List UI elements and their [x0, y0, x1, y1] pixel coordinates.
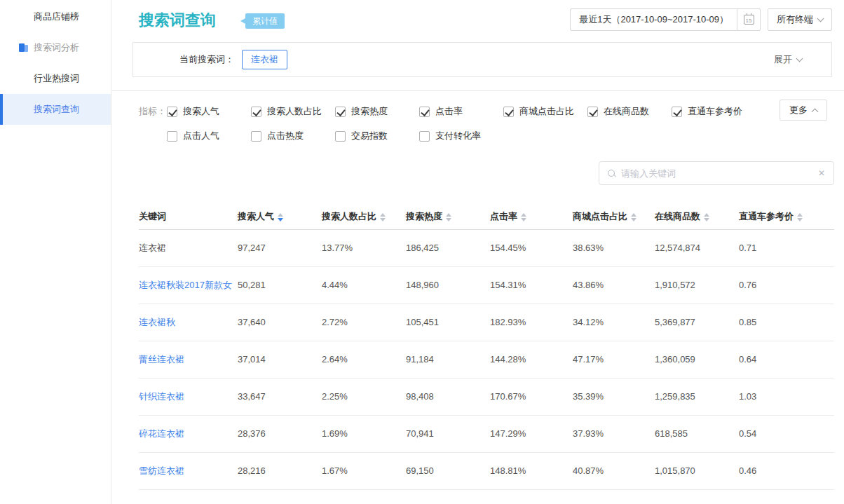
sort-icon[interactable] [380, 213, 386, 222]
checkbox-unchecked-icon[interactable] [251, 131, 261, 142]
table-cell-value: 37,640 [238, 304, 322, 341]
date-range-text[interactable]: 最近1天（2017-10-09~2017-10-09） [571, 9, 737, 30]
column-header[interactable]: 搜索人气 [238, 205, 322, 229]
checkbox-checked-icon[interactable] [672, 107, 682, 117]
indicator-checkbox-item[interactable]: 搜索人数占比 [251, 105, 335, 118]
table-cell-value: 2.64% [322, 341, 406, 378]
table-row: 针织连衣裙33,6472.25%98,408170.67%35.39%1,259… [139, 378, 834, 415]
checkbox-unchecked-icon[interactable] [419, 131, 430, 142]
sort-icon[interactable] [631, 213, 637, 222]
sort-icon[interactable] [278, 213, 283, 222]
terminal-select-label: 所有终端 [777, 9, 813, 30]
column-header: 关键词 [139, 205, 238, 229]
expand-toggle[interactable]: 展开 [774, 53, 802, 66]
table-cell-value: 5,369,877 [655, 304, 739, 341]
column-header-label: 搜索人数占比 [322, 211, 376, 222]
keyword-link[interactable]: 蕾丝连衣裙 [139, 354, 184, 365]
indicator-label: 点击人气 [183, 130, 219, 142]
table-cell-value: 91,184 [406, 341, 490, 378]
calendar-button[interactable]: 15 [737, 9, 760, 30]
sidebar-menu: 商品店铺榜搜索词分析行业热搜词搜索词查询 [0, 1, 111, 125]
current-search-term-tag[interactable]: 连衣裙 [242, 50, 287, 69]
keyword-link[interactable]: 雪纺连衣裙 [139, 465, 184, 476]
indicator-checkbox-item[interactable]: 搜索人气 [167, 105, 251, 118]
indicator-label: 点击热度 [267, 130, 304, 142]
clear-search-icon[interactable]: ✕ [818, 168, 825, 178]
checkbox-checked-icon[interactable] [419, 107, 430, 117]
table-header-row: 关键词搜索人气搜索人数占比搜索热度点击率商城点击占比在线商品数直通车参考价 [139, 205, 834, 229]
cumulative-value-badge: 累计值 [245, 13, 285, 29]
table-row: 连衣裙秋装2017新款女50,2814.44%148,960154.31%43.… [139, 266, 834, 304]
indicators-row2-items: 点击人气点击热度交易指数支付转化率 [167, 130, 503, 142]
table-cell-value: 70,941 [406, 415, 490, 452]
checkbox-unchecked-icon[interactable] [167, 131, 177, 142]
indicator-checkbox-item[interactable]: 在线商品数 [587, 105, 672, 118]
keyword-text: 连衣裙 [139, 243, 166, 253]
keyword-link[interactable]: 连衣裙秋装2017新款女 [139, 280, 232, 290]
more-button[interactable]: 更多 [780, 100, 827, 121]
keyword-link[interactable]: 针织连衣裙 [139, 391, 184, 402]
checkbox-checked-icon[interactable] [503, 107, 514, 117]
table-cell-value: 0.85 [739, 304, 834, 341]
table-body: 连衣裙97,24713.77%186,425154.45%38.63%12,57… [139, 229, 834, 489]
indicator-checkbox-item[interactable]: 直通车参考价 [672, 105, 756, 118]
checkbox-checked-icon[interactable] [587, 107, 598, 117]
main-content: 搜索词查询 累计值 最近1天（2017-10-09~2017-10-09） 15… [112, 0, 844, 504]
table-cell-value: 2.25% [322, 378, 406, 415]
indicator-checkbox-item[interactable]: 支付转化率 [419, 130, 503, 142]
column-header[interactable]: 点击率 [490, 205, 573, 229]
sidebar-item-search-word-analysis[interactable]: 搜索词分析 [0, 32, 111, 63]
sidebar-item-search-word-query[interactable]: 搜索词查询 [0, 94, 111, 125]
sidebar: 商品店铺榜搜索词分析行业热搜词搜索词查询 [0, 0, 111, 504]
table-cell-value: 170.67% [490, 378, 573, 415]
column-header-label: 搜索人气 [238, 211, 274, 222]
page-title: 搜索词查询 [139, 10, 216, 31]
date-range-picker[interactable]: 最近1天（2017-10-09~2017-10-09） 15 [570, 8, 761, 31]
indicator-checkbox-item[interactable]: 点击人气 [167, 130, 251, 142]
indicator-label: 支付转化率 [435, 130, 481, 142]
chevron-down-icon [796, 55, 803, 62]
column-header[interactable]: 搜索热度 [406, 205, 490, 229]
indicator-checkbox-item[interactable]: 商城点击占比 [503, 105, 587, 118]
table-cell-value: 0.71 [739, 229, 834, 266]
sort-icon[interactable] [446, 213, 451, 222]
column-header-label: 搜索热度 [406, 211, 442, 222]
sort-icon[interactable] [704, 213, 709, 222]
current-search-box: 当前搜索词： 连衣裙 展开 [132, 42, 832, 77]
keyword-link[interactable]: 连衣裙秋 [139, 317, 175, 327]
indicators-row-2: 点击人气点击热度交易指数支付转化率 [139, 128, 844, 144]
chevron-down-icon [817, 15, 824, 22]
sidebar-item-industry-hot-words[interactable]: 行业热搜词 [0, 63, 111, 94]
checkbox-checked-icon[interactable] [167, 107, 177, 117]
calendar-icon: 15 [744, 15, 754, 25]
checkbox-checked-icon[interactable] [335, 107, 346, 117]
table-cell-value: 98,408 [406, 378, 490, 415]
analysis-book-icon [19, 43, 29, 53]
indicator-checkbox-item[interactable]: 搜索热度 [335, 105, 419, 118]
table-cell-value: 1,015,870 [655, 452, 739, 489]
checkbox-unchecked-icon[interactable] [335, 131, 346, 142]
table-cell-value: 43.86% [573, 266, 655, 304]
table-cell-value: 33,647 [238, 378, 322, 415]
sidebar-item-product-shop-rank[interactable]: 商品店铺榜 [0, 1, 111, 32]
column-header[interactable]: 在线商品数 [655, 205, 739, 229]
indicator-label: 搜索人数占比 [267, 105, 322, 118]
table-cell-value: 154.45% [490, 229, 573, 266]
terminal-select[interactable]: 所有终端 [768, 8, 832, 31]
sidebar-item-label: 商品店铺榜 [34, 11, 79, 22]
indicator-checkbox-item[interactable]: 交易指数 [335, 130, 419, 142]
table-cell-value: 148,960 [406, 266, 490, 304]
column-header[interactable]: 商城点击占比 [573, 205, 655, 229]
checkbox-checked-icon[interactable] [251, 107, 261, 117]
keyword-search-box: ✕ [599, 161, 834, 185]
sort-icon[interactable] [797, 213, 803, 222]
indicator-checkbox-item[interactable]: 点击热度 [251, 130, 335, 142]
sort-icon[interactable] [521, 213, 526, 222]
table-cell-value: 1.03 [739, 378, 834, 415]
column-header[interactable]: 直通车参考价 [739, 205, 834, 229]
table-cell-value: 2.72% [322, 304, 406, 341]
column-header[interactable]: 搜索人数占比 [322, 205, 406, 229]
keyword-search-input[interactable] [621, 168, 818, 179]
keyword-link[interactable]: 碎花连衣裙 [139, 428, 184, 439]
indicator-checkbox-item[interactable]: 点击率 [419, 105, 503, 118]
